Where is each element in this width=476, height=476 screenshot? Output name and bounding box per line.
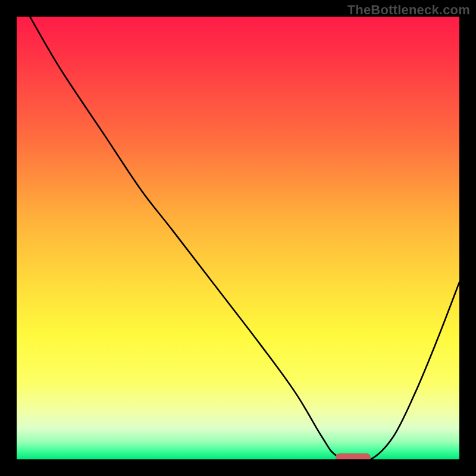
optimal-marker	[336, 453, 371, 459]
curve-path	[30, 17, 459, 459]
watermark-text: TheBottleneck.com	[347, 2, 470, 18]
bottleneck-curve	[17, 17, 459, 459]
plot-area	[17, 17, 459, 459]
chart-frame: TheBottleneck.com	[0, 0, 476, 476]
